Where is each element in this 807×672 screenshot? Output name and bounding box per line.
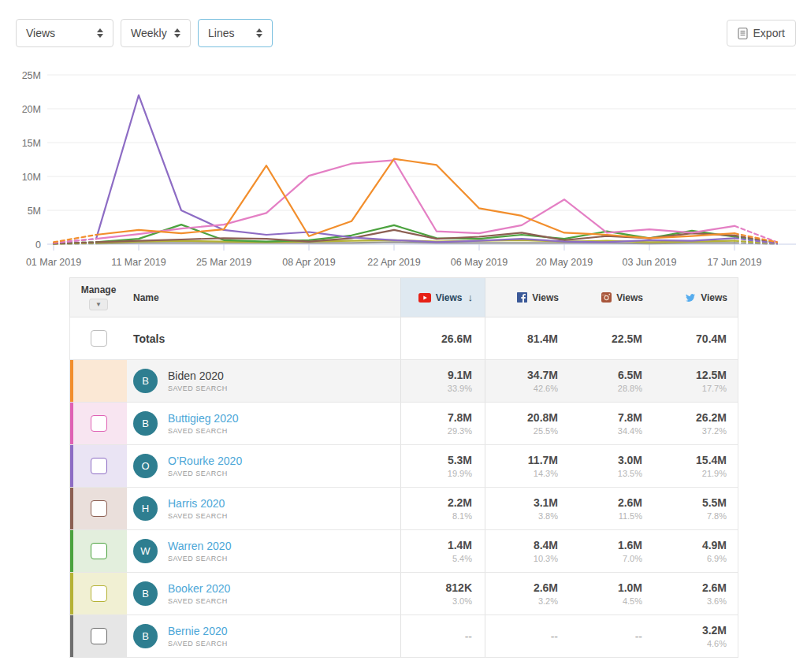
youtube-views-cell: 7.8M29.3% (400, 403, 485, 444)
row-manage-cell (70, 360, 127, 402)
saved-search-type-label: SAVED SEARCH (168, 640, 228, 648)
metric-dropdown[interactable]: Views (16, 19, 113, 47)
table-row: B Booker 2020 SAVED SEARCH 812K3.0% 2.6M… (70, 573, 738, 615)
instagram-views-cell: 1.6M7.0% (571, 530, 655, 572)
avatar: W (133, 539, 158, 563)
totals-youtube-views: 26.6M (400, 317, 485, 359)
svg-text:15M: 15M (22, 138, 41, 149)
instagram-views-cell: -- (571, 615, 655, 657)
avatar: B (133, 624, 158, 648)
saved-search-link[interactable]: Booker 2020 (168, 582, 230, 595)
svg-text:17 Jun 2019: 17 Jun 2019 (708, 257, 762, 268)
row-checkbox[interactable] (91, 458, 107, 474)
series-color-stripe (70, 488, 73, 529)
table-row: B Biden 2020 SAVED SEARCH 9.1M33.9% 34.7… (70, 360, 738, 403)
row-checkbox[interactable] (91, 585, 107, 602)
twitter-views-cell: 26.2M37.2% (655, 403, 739, 444)
row-name-cell: B Buttigieg 2020 SAVED SEARCH (127, 403, 400, 444)
row-manage-cell (70, 615, 127, 657)
table-header-row: Manage ▼ Name Views ↓ Views (69, 277, 738, 317)
updown-icon (97, 28, 103, 38)
instagram-views-cell: 6.5M28.8% (571, 360, 655, 402)
row-name-cell: B Biden 2020 SAVED SEARCH (127, 360, 400, 402)
row-checkbox[interactable] (91, 500, 107, 517)
avatar: B (133, 369, 158, 393)
instagram-views-cell: 1.0M4.5% (571, 573, 655, 614)
saved-search-type-label: SAVED SEARCH (168, 384, 228, 392)
series-color-stripe (70, 445, 73, 487)
instagram-icon (601, 292, 612, 303)
series-color-stripe (70, 615, 73, 657)
table-row: O O’Rourke 2020 SAVED SEARCH 5.3M19.9% 1… (70, 445, 738, 488)
chart-type-dropdown[interactable]: Lines (198, 19, 273, 47)
svg-text:03 Jun 2019: 03 Jun 2019 (623, 257, 677, 268)
facebook-views-cell: 34.7M42.6% (485, 360, 571, 402)
avatar: H (133, 496, 158, 521)
export-button[interactable]: Export (727, 20, 796, 46)
svg-text:0: 0 (35, 239, 41, 251)
twitter-views-cell: 2.6M3.6% (655, 573, 739, 614)
saved-search-type-label: SAVED SEARCH (168, 597, 230, 605)
updown-icon (256, 28, 262, 38)
totals-twitter-views: 70.4M (655, 317, 739, 359)
interval-dropdown-value: Weekly (131, 27, 167, 39)
export-button-label: Export (753, 27, 785, 39)
metric-dropdown-value: Views (26, 27, 55, 39)
totals-checkbox[interactable] (91, 330, 107, 347)
twitter-views-cell: 3.2M4.6% (655, 615, 739, 657)
row-name-cell: W Warren 2020 SAVED SEARCH (127, 530, 400, 572)
sort-descending-icon: ↓ (468, 291, 474, 303)
facebook-icon (517, 292, 527, 303)
twitter-icon (685, 293, 696, 303)
saved-search-link[interactable]: O’Rourke 2020 (168, 455, 242, 467)
instagram-views-column-header[interactable]: Views (571, 278, 655, 317)
facebook-views-cell: 2.6M3.2% (485, 573, 571, 614)
manage-menu-button[interactable]: ▼ (89, 299, 108, 310)
youtube-views-column-header[interactable]: Views ↓ (400, 278, 485, 317)
interval-dropdown[interactable]: Weekly (121, 19, 191, 47)
facebook-views-cell: 8.4M10.3% (485, 530, 571, 572)
youtube-icon (418, 293, 431, 303)
totals-row: Totals 26.6M 81.4M 22.5M 70.4M (70, 317, 738, 360)
youtube-views-cell: -- (400, 615, 485, 657)
saved-search-link[interactable]: Buttigieg 2020 (168, 412, 239, 425)
saved-search-link[interactable]: Biden 2020 (168, 369, 228, 382)
table-row: W Warren 2020 SAVED SEARCH 1.4M5.4% 8.4M… (70, 530, 738, 573)
manage-column-header: Manage ▼ (70, 278, 127, 317)
totals-name-cell: Totals (127, 317, 400, 359)
saved-search-type-label: SAVED SEARCH (168, 427, 239, 435)
twitter-views-column-header[interactable]: Views (655, 278, 739, 317)
svg-text:25 Mar 2019: 25 Mar 2019 (196, 257, 251, 268)
facebook-views-column-header[interactable]: Views (485, 278, 571, 317)
twitter-views-cell: 4.9M6.9% (655, 530, 739, 572)
svg-text:20 May 2019: 20 May 2019 (536, 257, 593, 268)
svg-text:06 May 2019: 06 May 2019 (451, 257, 508, 268)
saved-search-link[interactable]: Warren 2020 (168, 540, 231, 552)
row-manage-cell (70, 488, 127, 529)
toolbar: Views Weekly Lines Export (16, 19, 796, 47)
series-color-stripe (70, 360, 73, 402)
instagram-views-cell: 3.0M13.5% (571, 445, 655, 487)
totals-manage-cell (70, 317, 127, 359)
row-checkbox[interactable] (91, 415, 107, 432)
saved-search-link[interactable]: Bernie 2020 (168, 625, 228, 637)
series-color-stripe (70, 573, 73, 614)
instagram-views-cell: 2.6M11.5% (571, 488, 655, 529)
facebook-views-cell: -- (485, 615, 571, 657)
row-manage-cell (70, 530, 127, 572)
facebook-views-cell: 20.8M25.5% (485, 403, 571, 444)
svg-text:5M: 5M (28, 206, 41, 217)
row-checkbox[interactable] (91, 543, 107, 559)
facebook-views-cell: 3.1M3.8% (485, 488, 571, 529)
svg-text:10M: 10M (22, 172, 41, 183)
totals-facebook-views: 81.4M (485, 317, 571, 359)
saved-search-type-label: SAVED SEARCH (168, 512, 228, 520)
twitter-views-cell: 5.5M7.8% (655, 488, 739, 529)
row-manage-cell (70, 403, 127, 444)
results-table: Manage ▼ Name Views ↓ Views (69, 277, 738, 658)
totals-label: Totals (133, 332, 165, 345)
svg-text:01 Mar 2019: 01 Mar 2019 (26, 257, 81, 268)
row-checkbox[interactable] (91, 628, 107, 644)
saved-search-link[interactable]: Harris 2020 (168, 497, 228, 510)
row-manage-cell (70, 445, 127, 487)
